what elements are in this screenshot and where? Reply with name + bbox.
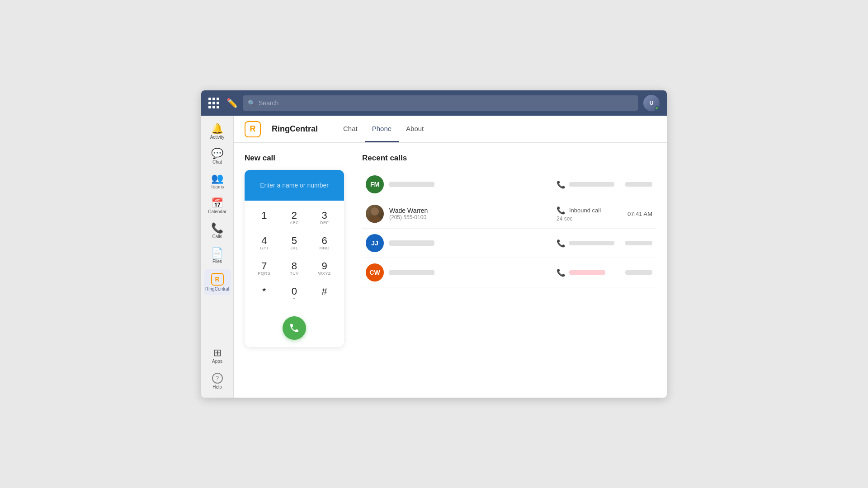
call-name-placeholder	[389, 182, 434, 187]
call-info	[389, 240, 551, 246]
call-type-area: 📞	[557, 268, 620, 277]
dial-key-star[interactable]: *	[250, 282, 278, 305]
dial-key-9[interactable]: 9 WXYZ	[310, 257, 339, 280]
dial-key-5[interactable]: 5 JKL	[280, 231, 309, 255]
teams-icon: 👥	[211, 174, 223, 183]
dial-key-3[interactable]: 3 DEF	[310, 206, 339, 230]
files-icon: 📄	[211, 248, 223, 258]
sidebar-item-calls[interactable]: 📞 Calls	[204, 220, 231, 243]
app-name: RingCentral	[272, 124, 318, 134]
online-status-dot	[655, 106, 659, 111]
call-type-area: 📞 Inbound call 24 sec	[557, 206, 620, 222]
call-type-row: 📞	[557, 180, 614, 189]
apps-icon: ⊞	[213, 348, 222, 358]
user-avatar[interactable]: U	[643, 95, 660, 111]
tab-about[interactable]: About	[399, 116, 431, 142]
call-button[interactable]	[283, 316, 306, 340]
sidebar: 🔔 Activity 💬 Chat 👥 Teams 📅 Calendar 📞 C…	[201, 116, 234, 398]
sidebar-item-apps[interactable]: ⊞ Apps	[204, 344, 231, 367]
dial-key-0[interactable]: 0 +	[280, 282, 309, 305]
call-info: Wade Warren (205) 555-0100	[389, 207, 551, 221]
sidebar-item-label: Calendar	[208, 209, 226, 214]
dial-key-2[interactable]: 2 ABC	[280, 206, 309, 230]
tab-phone[interactable]: Phone	[365, 116, 399, 142]
phone-icon: 📞	[557, 239, 566, 248]
new-call-title: New call	[245, 154, 344, 163]
sidebar-item-label: Files	[212, 259, 222, 264]
tab-chat[interactable]: Chat	[336, 116, 365, 142]
avatar: JJ	[366, 234, 384, 252]
sidebar-item-label: RingCentral	[205, 286, 229, 291]
call-time-placeholder	[625, 270, 652, 275]
dial-key-1[interactable]: 1	[250, 206, 278, 230]
sidebar-item-label: Calls	[212, 234, 222, 239]
app-logo: R	[245, 121, 261, 137]
call-type-placeholder	[569, 182, 614, 187]
call-name-placeholder	[389, 270, 434, 275]
dial-key-hash[interactable]: #	[310, 282, 339, 305]
call-time-placeholder	[625, 241, 652, 245]
avatar	[366, 205, 384, 223]
content-area: R RingCentral Chat Phone About New call …	[234, 116, 667, 398]
call-number: (205) 555-0100	[389, 214, 551, 221]
dial-key-7[interactable]: 7 PQRS	[250, 257, 278, 280]
phone-content: New call Enter a name or number 1 2	[234, 143, 667, 398]
call-item[interactable]: FM 📞	[362, 170, 656, 199]
app-header: R RingCentral Chat Phone About	[234, 116, 667, 143]
sidebar-item-label: Help	[212, 385, 222, 389]
call-duration: 24 sec	[557, 216, 572, 222]
calls-icon: 📞	[211, 223, 223, 233]
call-type-placeholder	[569, 241, 614, 245]
sidebar-item-files[interactable]: 📄 Files	[204, 244, 231, 267]
chat-icon: 💬	[211, 149, 223, 159]
main-layout: 🔔 Activity 💬 Chat 👥 Teams 📅 Calendar 📞 C…	[201, 116, 667, 398]
call-time: 07:41 AM	[625, 211, 652, 217]
call-type-area: 📞	[557, 180, 620, 189]
compose-icon[interactable]: ✏️	[226, 98, 238, 108]
dial-key-4[interactable]: 4 GHI	[250, 231, 278, 255]
svg-point-1	[368, 216, 381, 223]
activity-icon: 🔔	[211, 124, 223, 134]
sidebar-item-label: Teams	[211, 184, 224, 189]
sidebar-item-chat[interactable]: 💬 Chat	[204, 145, 231, 168]
app-tabs: Chat Phone About	[336, 116, 431, 142]
dial-key-8[interactable]: 8 TUV	[280, 257, 309, 280]
app-window: ✏️ 🔍 U 🔔 Activity 💬 Chat 👥 Teams	[201, 90, 667, 398]
search-container: 🔍	[243, 95, 638, 111]
call-item[interactable]: CW 📞	[362, 258, 656, 287]
top-bar: ✏️ 🔍 U	[201, 90, 667, 116]
svg-point-0	[371, 207, 379, 216]
grid-menu-icon[interactable]	[208, 98, 219, 108]
call-item[interactable]: JJ 📞	[362, 229, 656, 258]
call-type-text: Inbound call	[569, 207, 601, 214]
dial-input[interactable]: Enter a name or number	[245, 170, 344, 201]
sidebar-item-calendar[interactable]: 📅 Calendar	[204, 195, 231, 218]
call-type-area: 📞	[557, 239, 620, 248]
dial-key-6[interactable]: 6 MNO	[310, 231, 339, 255]
calendar-icon: 📅	[211, 198, 223, 208]
dialpad: Enter a name or number 1 2 ABC	[245, 170, 344, 347]
avatar: FM	[366, 175, 384, 193]
avatar: CW	[366, 263, 384, 282]
call-time-placeholder	[625, 182, 652, 187]
recent-calls-section: Recent calls FM 📞	[362, 154, 656, 387]
missed-call-placeholder	[569, 270, 605, 275]
sidebar-item-help[interactable]: ? Help	[204, 369, 231, 393]
sidebar-item-label: Apps	[212, 359, 222, 364]
call-info	[389, 270, 551, 275]
search-icon: 🔍	[248, 99, 255, 107]
phone-icon: 📞	[557, 180, 566, 189]
call-type-row: 📞 Inbound call	[557, 206, 601, 215]
sidebar-item-activity[interactable]: 🔔 Activity	[204, 120, 231, 143]
sidebar-item-label: Activity	[210, 135, 225, 140]
sidebar-item-ringcentral[interactable]: R RingCentral	[204, 269, 231, 295]
dial-placeholder: Enter a name or number	[260, 182, 329, 189]
sidebar-item-teams[interactable]: 👥 Teams	[204, 170, 231, 193]
call-list: FM 📞	[362, 170, 656, 287]
call-info	[389, 182, 551, 187]
sidebar-item-label: Chat	[212, 160, 222, 164]
recent-calls-title: Recent calls	[362, 154, 656, 163]
search-input[interactable]	[243, 95, 638, 111]
dial-grid: 1 2 ABC 3 DEF	[245, 201, 344, 311]
call-item[interactable]: Wade Warren (205) 555-0100 📞 Inbound cal…	[362, 199, 656, 229]
